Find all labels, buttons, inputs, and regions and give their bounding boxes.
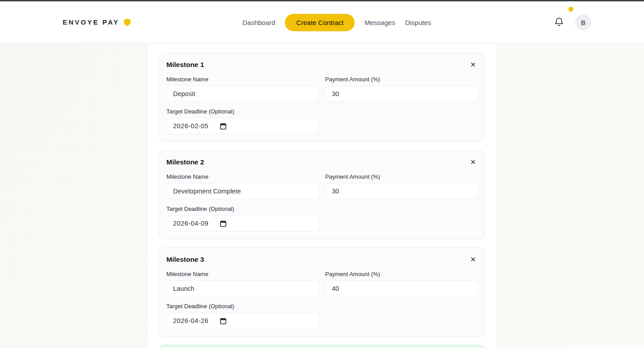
app-header: ENVOYE PAY Dashboard Create Contract Mes… xyxy=(0,1,644,43)
target-deadline-label: Target Deadline (Optional) xyxy=(166,108,320,115)
payment-amount-label: Payment Amount (%) xyxy=(325,271,479,277)
milestone-title: Milestone 3 xyxy=(166,256,204,264)
brand-name: ENVOYE PAY xyxy=(63,18,119,26)
total-banner xyxy=(159,345,485,348)
payment-amount-field: Payment Amount (%) xyxy=(325,271,479,297)
close-icon[interactable]: ✕ xyxy=(468,255,478,264)
notifications-button[interactable] xyxy=(555,17,564,27)
close-icon[interactable]: ✕ xyxy=(468,60,478,69)
target-deadline-field: Target Deadline (Optional) 2026-02-05 xyxy=(166,108,320,134)
target-deadline-input[interactable]: 2026-04-09 xyxy=(166,215,320,231)
milestone-card-1: Milestone 1 ✕ Milestone Name Payment Amo… xyxy=(159,53,485,142)
date-value: 2026-04-09 xyxy=(173,220,208,227)
shield-icon xyxy=(123,18,131,26)
milestone-name-input[interactable] xyxy=(166,281,320,297)
target-deadline-label: Target Deadline (Optional) xyxy=(166,205,320,212)
milestone-card-2: Milestone 2 ✕ Milestone Name Payment Amo… xyxy=(159,150,485,239)
nav-messages[interactable]: Messages xyxy=(364,19,395,26)
bell-icon xyxy=(555,17,564,27)
nav-create-contract[interactable]: Create Contract xyxy=(285,14,355,31)
target-deadline-input[interactable]: 2026-02-05 xyxy=(166,118,320,134)
payment-amount-field: Payment Amount (%) xyxy=(325,173,479,199)
brand-logo[interactable]: ENVOYE PAY xyxy=(63,18,131,26)
date-value: 2026-04-26 xyxy=(173,317,208,324)
milestone-name-field: Milestone Name xyxy=(166,76,320,102)
payment-amount-label: Payment Amount (%) xyxy=(325,173,479,180)
main-nav: Dashboard Create Contract Messages Dispu… xyxy=(242,1,431,43)
nav-dashboard[interactable]: Dashboard xyxy=(242,19,275,26)
close-icon[interactable]: ✕ xyxy=(468,158,478,166)
create-contract-form: Milestone 1 ✕ Milestone Name Payment Amo… xyxy=(148,43,496,348)
target-deadline-field: Target Deadline (Optional) 2026-04-26 xyxy=(166,303,320,329)
payment-amount-input[interactable] xyxy=(325,183,479,199)
date-value: 2026-02-05 xyxy=(173,122,208,130)
milestone-name-label: Milestone Name xyxy=(166,271,320,277)
avatar[interactable]: B xyxy=(575,14,591,30)
avatar-initial: B xyxy=(581,19,585,26)
payment-amount-label: Payment Amount (%) xyxy=(325,76,479,83)
milestone-name-input[interactable] xyxy=(166,86,320,102)
header-actions: B xyxy=(555,1,591,43)
target-deadline-field: Target Deadline (Optional) 2026-04-09 xyxy=(166,205,320,231)
milestone-name-input[interactable] xyxy=(166,183,320,199)
nav-disputes[interactable]: Disputes xyxy=(405,19,431,26)
payment-amount-input[interactable] xyxy=(325,86,479,102)
payment-amount-field: Payment Amount (%) xyxy=(325,76,479,102)
payment-amount-input[interactable] xyxy=(325,281,479,297)
calendar-icon[interactable] xyxy=(220,220,226,227)
calendar-icon[interactable] xyxy=(220,318,226,324)
milestone-card-3: Milestone 3 ✕ Milestone Name Payment Amo… xyxy=(159,247,485,337)
milestone-title: Milestone 2 xyxy=(166,158,204,166)
milestone-name-field: Milestone Name xyxy=(166,271,320,297)
calendar-icon[interactable] xyxy=(220,123,226,130)
notification-dot xyxy=(568,7,573,12)
target-deadline-input[interactable]: 2026-04-26 xyxy=(166,313,320,329)
target-deadline-label: Target Deadline (Optional) xyxy=(166,303,320,310)
milestone-name-label: Milestone Name xyxy=(166,76,320,83)
milestone-title: Milestone 1 xyxy=(166,61,204,69)
milestone-name-field: Milestone Name xyxy=(166,173,320,199)
milestone-name-label: Milestone Name xyxy=(166,173,320,180)
